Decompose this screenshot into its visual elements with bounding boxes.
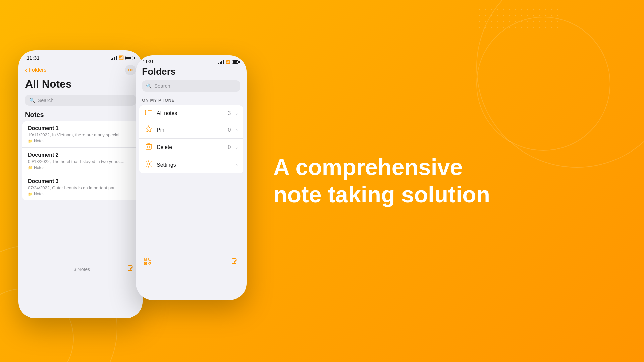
note-folder-1: 📁 Notes xyxy=(28,139,133,143)
note-title-2: Document 2 xyxy=(28,152,133,158)
section-header-1: Notes xyxy=(18,111,143,121)
svg-line-11 xyxy=(150,259,150,260)
folder-icon-small-1: 📁 xyxy=(28,139,33,143)
status-icons-2: 📶 xyxy=(218,60,240,64)
time-1: 11:31 xyxy=(26,55,39,61)
search-bar-1[interactable]: 🔍 Search xyxy=(25,95,136,106)
battery-icon-2 xyxy=(232,60,240,64)
note-preview-1: 10/11/2022, In Vietnam, there are many s… xyxy=(28,132,133,137)
svg-point-9 xyxy=(149,262,151,264)
folder-item-delete[interactable]: Delete 0 › xyxy=(139,139,243,156)
page-title-1: All Notes xyxy=(18,78,143,95)
status-bar-1: 11:31 📶 xyxy=(18,50,143,63)
delete-chevron: › xyxy=(236,145,238,150)
settings-chevron: › xyxy=(236,162,238,168)
note-title-1: Document 1 xyxy=(28,125,133,131)
page-title-2: Folders xyxy=(136,66,247,80)
folder-item-settings[interactable]: Settings › xyxy=(139,156,243,173)
note-folder-2: 📁 Notes xyxy=(28,165,133,170)
folder-icon-small-3: 📁 xyxy=(28,192,33,196)
signal-icon-1 xyxy=(111,56,117,60)
gear-icon xyxy=(145,160,153,169)
chevron-left-icon: ‹ xyxy=(25,67,27,73)
folder-item-pin[interactable]: Pin 0 › xyxy=(139,121,243,139)
ellipsis-icon: ••• xyxy=(128,67,133,73)
wifi-icon-2: 📶 xyxy=(226,60,230,64)
section-header-2: On My Phone xyxy=(136,96,247,105)
notes-count: 3 Notes xyxy=(74,267,90,272)
hero-line1: A comprehensive xyxy=(273,154,463,180)
back-label-1: Folders xyxy=(29,67,46,73)
pin-chevron: › xyxy=(236,127,238,133)
note-item-2[interactable]: Document 2 09/13/2022, The hotel that I … xyxy=(22,148,139,174)
nav-bar-1: ‹ Folders ••• xyxy=(18,63,143,78)
allnotes-chevron: › xyxy=(236,111,238,116)
note-preview-3: 07/24/2022, Outer beauty is an important… xyxy=(28,185,133,190)
time-2: 11:31 xyxy=(143,59,154,64)
pin-count: 0 xyxy=(228,127,231,133)
wifi-icon-1: 📶 xyxy=(118,55,124,60)
svg-line-10 xyxy=(145,259,146,260)
status-icons-1: 📶 xyxy=(111,55,135,60)
scan-icon[interactable] xyxy=(144,258,151,267)
more-button-1[interactable]: ••• xyxy=(125,65,136,75)
phone-folders: 11:31 📶 Folders 🔍 xyxy=(136,55,247,300)
signal-icon-2 xyxy=(218,60,224,64)
note-item-3[interactable]: Document 3 07/24/2022, Outer beauty is a… xyxy=(22,174,139,200)
battery-icon-1 xyxy=(125,56,135,60)
search-bar-2[interactable]: 🔍 Search xyxy=(142,80,240,92)
note-item-1[interactable]: Document 1 10/11/2022, In Vietnam, there… xyxy=(22,121,139,148)
allnotes-folder-icon xyxy=(145,109,153,117)
folder-item-allnotes[interactable]: All notes 3 › xyxy=(139,105,243,121)
compose-icon-1[interactable] xyxy=(127,265,135,274)
note-title-3: Document 3 xyxy=(28,178,133,184)
bottom-bar-2 xyxy=(136,254,247,274)
allnotes-count: 3 xyxy=(228,110,231,116)
main-layout: 11:31 📶 ‹ Fo xyxy=(0,0,644,362)
phone-all-notes: 11:31 📶 ‹ Fo xyxy=(18,50,143,318)
note-preview-2: 09/13/2022, The hotel that I stayed in t… xyxy=(28,159,133,164)
bottom-bar-1: 3 Notes xyxy=(18,261,143,281)
note-folder-3: 📁 Notes xyxy=(28,192,133,196)
svg-point-5 xyxy=(148,163,150,165)
hero-line2: note taking solution xyxy=(273,182,490,207)
folders-list: All notes 3 › Pin 0 › xyxy=(139,105,243,173)
pin-label: Pin xyxy=(157,127,224,133)
svg-line-12 xyxy=(145,263,146,264)
allnotes-label: All notes xyxy=(157,110,224,116)
back-button-1[interactable]: ‹ Folders xyxy=(25,67,46,73)
trash-icon xyxy=(145,143,153,152)
notes-list: Document 1 10/11/2022, In Vietnam, there… xyxy=(22,121,139,200)
search-placeholder-2: Search xyxy=(154,83,170,89)
search-icon-1: 🔍 xyxy=(29,98,35,103)
settings-label: Settings xyxy=(157,162,227,168)
hero-section: A comprehensive note taking solution xyxy=(247,154,644,208)
folder-icon-small-2: 📁 xyxy=(28,166,33,170)
status-bar-2: 11:31 📶 xyxy=(136,55,247,66)
pin-folder-icon xyxy=(145,125,153,134)
search-icon-2: 🔍 xyxy=(146,83,152,89)
delete-label: Delete xyxy=(157,144,224,150)
hero-tagline: A comprehensive note taking solution xyxy=(273,154,490,208)
compose-icon-2[interactable] xyxy=(231,258,238,267)
search-placeholder-1: Search xyxy=(38,97,54,103)
delete-count: 0 xyxy=(228,144,231,150)
svg-rect-1 xyxy=(146,144,151,149)
